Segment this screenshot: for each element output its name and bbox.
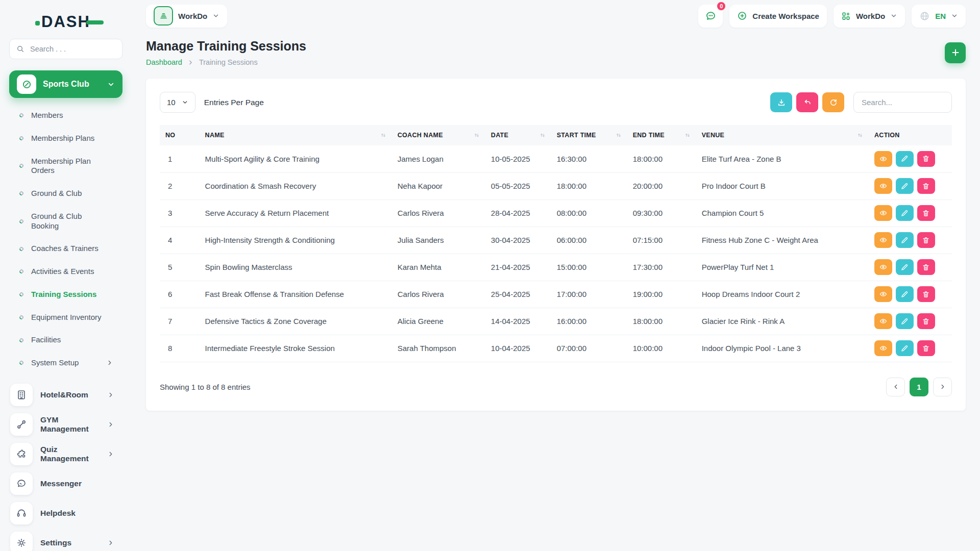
cell-end-time: 18:00:00	[627, 308, 696, 335]
edit-button[interactable]	[896, 340, 914, 356]
add-session-button[interactable]	[945, 42, 966, 63]
column-header-label: END TIME	[633, 132, 665, 139]
view-button[interactable]	[874, 286, 892, 302]
view-button[interactable]	[874, 205, 892, 221]
pagination-page-1-button[interactable]: 1	[910, 378, 928, 396]
cell-end-time: 18:00:00	[627, 145, 696, 172]
chat-button[interactable]: 0	[698, 5, 723, 28]
table-search-input[interactable]	[853, 92, 952, 113]
trash-icon	[922, 290, 930, 298]
language-dropdown[interactable]: EN	[912, 5, 966, 28]
entries-per-page-value: 10	[167, 98, 176, 107]
sidebar-item-system-setup[interactable]: System Setup	[16, 352, 122, 374]
sort-icon[interactable]	[540, 132, 546, 138]
chevron-right-icon	[939, 383, 946, 390]
column-header-venue[interactable]: VENUE	[696, 125, 869, 145]
sidebar-active-app-sports-club[interactable]: Sports Club	[9, 70, 122, 98]
view-button[interactable]	[874, 259, 892, 275]
column-header-start-time[interactable]: START TIME	[551, 125, 627, 145]
cell-coach-name: Sarah Thompson	[392, 335, 485, 362]
sidebar-item-ground-club[interactable]: Ground & Club	[16, 182, 122, 205]
breadcrumb-dashboard-link[interactable]: Dashboard	[146, 58, 182, 66]
sidebar-item-ground-club-booking[interactable]: Ground & Club Booking	[16, 205, 122, 238]
column-header-name[interactable]: NAME	[200, 125, 392, 145]
sidebar: DASH Sports Club MembersMembership Plans…	[0, 0, 132, 551]
sidebar-item-membership-plan-orders[interactable]: Membership Plan Orders	[16, 150, 122, 183]
logo-accent-dot	[35, 21, 40, 26]
edit-button[interactable]	[896, 205, 914, 221]
cell-venue: Champion Court 5	[696, 199, 869, 227]
sidebar-item-coaches-trainers[interactable]: Coaches & Trainers	[16, 237, 122, 260]
sidebar-app-quiz-management[interactable]: Quiz Management	[9, 440, 122, 468]
bullet-icon	[18, 135, 24, 141]
workspace-switcher[interactable]: WorkDo	[146, 5, 227, 28]
sidebar-app-messenger[interactable]: Messenger	[9, 469, 122, 498]
sessions-table: NONAMECOACH NAMEDATESTART TIMEEND TIMEVE…	[160, 125, 952, 362]
sidebar-item-facilities[interactable]: Facilities	[16, 329, 122, 352]
entries-per-page-select[interactable]: 10	[160, 92, 195, 113]
create-workspace-label: Create Workspace	[752, 12, 819, 20]
sidebar-app-gym-management[interactable]: GYM Management	[9, 410, 122, 439]
export-button[interactable]	[770, 92, 792, 112]
edit-button[interactable]	[896, 178, 914, 194]
download-icon	[777, 98, 786, 107]
main-content: WorkDo 0 Create Workspace	[132, 0, 980, 551]
cell-venue: Pro Indoor Court B	[696, 172, 869, 199]
sort-icon[interactable]	[857, 132, 863, 138]
sidebar-item-training-sessions[interactable]: Training Sessions	[16, 283, 122, 306]
cell-no: 2	[160, 172, 200, 199]
delete-button[interactable]	[917, 232, 935, 248]
eye-icon	[879, 290, 888, 298]
column-header-date[interactable]: DATE	[485, 125, 551, 145]
refresh-button[interactable]	[822, 92, 844, 112]
sidebar-app-settings[interactable]: Settings	[9, 529, 122, 551]
workdo-dropdown[interactable]: WorkDo	[834, 5, 905, 28]
sort-icon[interactable]	[616, 132, 622, 138]
sort-icon[interactable]	[380, 132, 386, 138]
sidebar-subnav: MembersMembership PlansMembership Plan O…	[9, 98, 122, 375]
sidebar-item-membership-plans[interactable]: Membership Plans	[16, 127, 122, 150]
cell-no: 6	[160, 281, 200, 308]
delete-button[interactable]	[917, 286, 935, 302]
sidebar-app-hotel-room[interactable]: Hotel&Room	[9, 381, 122, 409]
delete-button[interactable]	[917, 313, 935, 329]
pagination: 1	[886, 378, 952, 396]
delete-button[interactable]	[917, 178, 935, 194]
edit-button[interactable]	[896, 259, 914, 275]
view-button[interactable]	[874, 232, 892, 248]
sidebar-item-label: Ground & Club Booking	[31, 212, 108, 231]
sidebar-item-equipment-inventory[interactable]: Equipment Inventory	[16, 306, 122, 329]
cell-end-time: 09:30:00	[627, 199, 696, 227]
edit-button[interactable]	[896, 313, 914, 329]
table-controls-right	[770, 92, 952, 113]
create-workspace-button[interactable]: Create Workspace	[729, 5, 827, 28]
pagination-prev-button[interactable]	[886, 378, 905, 396]
sort-icon[interactable]	[684, 132, 691, 138]
view-button[interactable]	[874, 178, 892, 194]
pagination-next-button[interactable]	[933, 378, 952, 396]
view-button[interactable]	[874, 340, 892, 356]
view-button[interactable]	[874, 151, 892, 167]
edit-button[interactable]	[896, 232, 914, 248]
sidebar-search-input[interactable]	[29, 44, 115, 54]
edit-button[interactable]	[896, 286, 914, 302]
edit-button[interactable]	[896, 151, 914, 167]
logo-text: DASH	[41, 13, 90, 31]
reset-button[interactable]	[796, 92, 818, 112]
cell-name: Intermediate Freestyle Stroke Session	[200, 335, 392, 362]
view-button[interactable]	[874, 313, 892, 329]
sidebar-app-helpdesk[interactable]: Helpdesk	[9, 499, 122, 528]
delete-button[interactable]	[917, 205, 935, 221]
delete-button[interactable]	[917, 151, 935, 167]
cell-date: 10-05-2025	[485, 145, 551, 172]
sidebar-item-members[interactable]: Members	[16, 104, 122, 127]
column-header-coach-name[interactable]: COACH NAME	[392, 125, 485, 145]
column-header-end-time[interactable]: END TIME	[627, 125, 696, 145]
sidebar-item-activities-events[interactable]: Activities & Events	[16, 260, 122, 283]
sort-icon[interactable]	[474, 132, 480, 138]
delete-button[interactable]	[917, 259, 935, 275]
table-row: 4High-Intensity Strength & ConditioningJ…	[160, 227, 952, 254]
pencil-icon	[900, 236, 909, 244]
dash-logo[interactable]: DASH	[36, 13, 95, 31]
delete-button[interactable]	[917, 340, 935, 356]
